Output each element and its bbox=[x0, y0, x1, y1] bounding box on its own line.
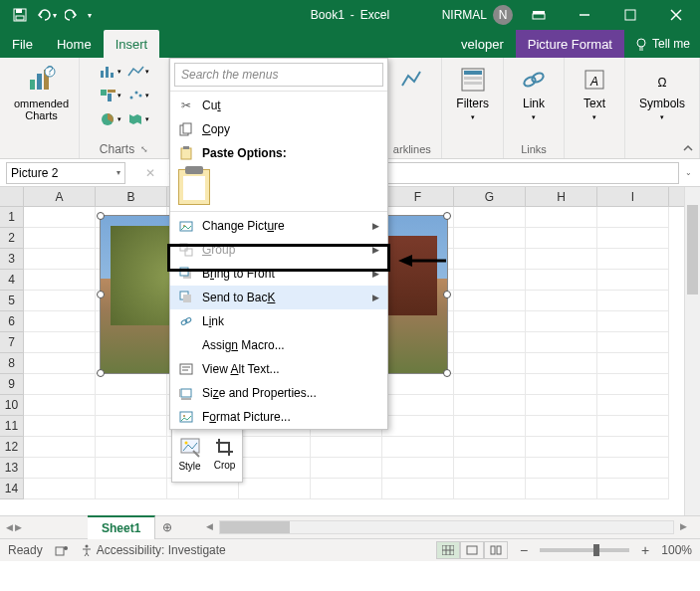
column-header[interactable]: H bbox=[526, 187, 597, 206]
cell[interactable] bbox=[526, 249, 597, 270]
menu-format-picture[interactable]: Format Picture... bbox=[170, 405, 387, 429]
column-header[interactable]: F bbox=[382, 187, 454, 206]
cell[interactable] bbox=[24, 479, 96, 499]
minimize-button[interactable] bbox=[565, 0, 604, 30]
row-header[interactable]: 8 bbox=[0, 353, 23, 374]
pie-chart-button[interactable]: ▾ bbox=[99, 109, 122, 129]
tab-home[interactable]: Home bbox=[45, 30, 104, 58]
cell[interactable] bbox=[526, 458, 597, 479]
cell[interactable] bbox=[454, 395, 526, 416]
cell[interactable] bbox=[382, 458, 454, 479]
resize-handle[interactable] bbox=[443, 212, 451, 220]
cell[interactable] bbox=[597, 249, 669, 270]
cell[interactable] bbox=[454, 228, 526, 249]
cell[interactable] bbox=[526, 228, 597, 249]
zoom-thumb[interactable] bbox=[593, 544, 599, 556]
zoom-out-button[interactable]: − bbox=[520, 542, 528, 558]
row-header[interactable]: 3 bbox=[0, 249, 23, 270]
cell[interactable] bbox=[597, 353, 669, 374]
row-header[interactable]: 4 bbox=[0, 270, 23, 291]
cell[interactable] bbox=[382, 416, 454, 437]
cell[interactable] bbox=[526, 332, 597, 353]
undo-button[interactable]: ▾ bbox=[34, 3, 58, 27]
cell[interactable] bbox=[526, 311, 597, 332]
cell[interactable] bbox=[454, 416, 526, 437]
collapse-ribbon-button[interactable] bbox=[682, 142, 694, 154]
cell[interactable] bbox=[454, 207, 526, 228]
cell[interactable] bbox=[597, 479, 669, 499]
sheet-nav[interactable]: ◀▶ bbox=[0, 522, 28, 532]
column-header[interactable]: I bbox=[597, 187, 669, 206]
accessibility-status[interactable]: Accessibility: Investigate bbox=[81, 543, 226, 557]
cell[interactable] bbox=[597, 311, 669, 332]
chevron-down-icon[interactable]: ▾ bbox=[117, 168, 120, 177]
cell[interactable] bbox=[96, 437, 167, 458]
cell[interactable] bbox=[96, 374, 167, 395]
cell[interactable] bbox=[24, 395, 96, 416]
menu-change-picture[interactable]: Change Picture ▶ bbox=[170, 214, 387, 238]
cell[interactable] bbox=[454, 291, 526, 311]
style-button[interactable]: Style bbox=[172, 426, 207, 482]
row-header[interactable]: 13 bbox=[0, 458, 23, 479]
cell[interactable] bbox=[454, 249, 526, 270]
menu-copy[interactable]: Copy bbox=[170, 117, 387, 141]
cell[interactable] bbox=[24, 311, 96, 332]
cell[interactable] bbox=[239, 458, 311, 479]
cell[interactable] bbox=[454, 332, 526, 353]
cell[interactable] bbox=[597, 270, 669, 291]
cell[interactable] bbox=[454, 374, 526, 395]
ribbon-options-button[interactable] bbox=[519, 0, 559, 30]
menu-view-alt-text[interactable]: View Alt Text... bbox=[170, 357, 387, 381]
cell[interactable] bbox=[526, 416, 597, 437]
qat-customize-icon[interactable]: ▾ bbox=[88, 11, 92, 20]
cell[interactable] bbox=[24, 249, 96, 270]
resize-handle[interactable] bbox=[443, 291, 451, 298]
tab-developer[interactable]: veloper bbox=[461, 30, 516, 58]
menu-assign-macro[interactable]: Assign Macro... bbox=[170, 333, 387, 357]
page-break-view-button[interactable] bbox=[484, 541, 508, 559]
cell[interactable] bbox=[311, 437, 382, 458]
macro-record-icon[interactable] bbox=[55, 544, 69, 556]
row-header[interactable]: 12 bbox=[0, 437, 23, 458]
tab-insert[interactable]: Insert bbox=[104, 30, 160, 58]
filters-button[interactable]: Filters▾ bbox=[450, 62, 495, 125]
row-header[interactable]: 7 bbox=[0, 332, 23, 353]
dialog-launcher-icon[interactable]: ⤡ bbox=[140, 144, 148, 154]
column-chart-button[interactable]: ▾ bbox=[99, 62, 122, 82]
cell[interactable] bbox=[24, 228, 96, 249]
cell[interactable] bbox=[24, 353, 96, 374]
cell[interactable] bbox=[24, 207, 96, 228]
cell[interactable] bbox=[24, 416, 96, 437]
menu-cut[interactable]: ✂ Cut bbox=[170, 94, 387, 117]
cell[interactable] bbox=[454, 479, 526, 499]
scroll-thumb[interactable] bbox=[220, 521, 290, 533]
menu-send-to-back[interactable]: Send to BacK ▶ bbox=[170, 286, 387, 309]
cell[interactable] bbox=[597, 437, 669, 458]
column-header[interactable]: A bbox=[24, 187, 96, 206]
tab-file[interactable]: File bbox=[0, 30, 45, 58]
line-chart-button[interactable]: ▾ bbox=[126, 62, 150, 82]
menu-link[interactable]: Link bbox=[170, 309, 387, 333]
cell[interactable] bbox=[454, 353, 526, 374]
sheet-tab[interactable]: Sheet1 bbox=[88, 515, 155, 539]
cell[interactable] bbox=[382, 395, 454, 416]
row-header[interactable]: 9 bbox=[0, 374, 23, 395]
row-header[interactable]: 10 bbox=[0, 395, 23, 416]
cell[interactable] bbox=[526, 437, 597, 458]
row-header[interactable]: 6 bbox=[0, 311, 23, 332]
recommended-charts-button[interactable]: ? ommended Charts bbox=[8, 62, 75, 123]
row-header[interactable]: 2 bbox=[0, 228, 23, 249]
menu-size-properties[interactable]: Size and Properties... bbox=[170, 381, 387, 405]
cell[interactable] bbox=[311, 479, 382, 499]
text-button[interactable]: A Text▾ bbox=[573, 62, 616, 125]
cell[interactable] bbox=[24, 437, 96, 458]
cell[interactable] bbox=[96, 395, 167, 416]
cell[interactable] bbox=[96, 416, 167, 437]
scatter-chart-button[interactable]: ▾ bbox=[126, 86, 150, 105]
cell[interactable] bbox=[597, 458, 669, 479]
cell[interactable] bbox=[382, 374, 454, 395]
menu-bring-to-front[interactable]: Bring to Front ▶ bbox=[170, 262, 387, 286]
cell[interactable] bbox=[24, 270, 96, 291]
map-chart-button[interactable]: ▾ bbox=[126, 109, 150, 129]
cell[interactable] bbox=[311, 458, 382, 479]
